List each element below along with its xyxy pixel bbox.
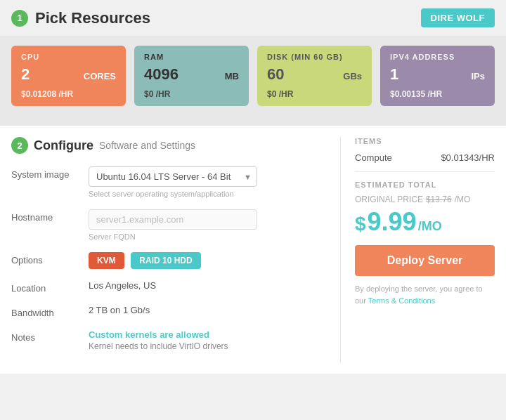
hostname-label: Hostname xyxy=(11,209,89,223)
bandwidth-content: 2 TB on 1 Gb/s xyxy=(89,305,326,315)
system-image-select[interactable]: Ubuntu 16.04 LTS Server - 64 BitUbuntu 1… xyxy=(89,166,257,187)
compute-item-row: Compute $0.01343/HR xyxy=(355,152,495,163)
ram-number: 4096 xyxy=(144,65,179,84)
original-price-text: ORIGINAL PRICE xyxy=(355,195,423,204)
cpu-unit: CORES xyxy=(84,71,116,81)
page-title: Pick Resources xyxy=(35,9,150,27)
original-price-value: $13.76 xyxy=(426,195,452,204)
ram-card[interactable]: RAM 4096 MB $0 /HR xyxy=(134,46,249,106)
cpu-number: 2 xyxy=(21,65,30,84)
ipv4-number: 1 xyxy=(390,65,398,84)
step-2-badge: 2 xyxy=(11,137,28,154)
options-content: KVM RAID 10 HDD xyxy=(89,252,326,269)
new-price-mo: /MO xyxy=(418,219,442,234)
ipv4-unit: IPs xyxy=(471,71,485,81)
disk-number: 60 xyxy=(267,65,284,84)
options-row: Options KVM RAID 10 HDD xyxy=(11,252,326,269)
summary-panel: ITEMS Compute $0.01343/HR ESTIMATED TOTA… xyxy=(340,137,495,362)
notes-label: Notes xyxy=(11,329,89,343)
notes-content: Custom kernels are allowed Kernel needs … xyxy=(89,329,326,351)
configure-section: 2 Configure Software and Settings System… xyxy=(0,126,506,374)
hostname-content: Server FQDN xyxy=(89,209,326,241)
location-content: Los Angeles, US xyxy=(89,280,326,291)
ram-price: $0 /HR xyxy=(144,89,239,99)
configure-title: Configure xyxy=(34,138,93,153)
cpu-card[interactable]: CPU 2 CORES $0.01208 /HR xyxy=(11,46,126,106)
system-image-select-wrapper[interactable]: Ubuntu 16.04 LTS Server - 64 BitUbuntu 1… xyxy=(89,166,257,187)
dollar-sign: $ xyxy=(355,213,366,235)
section-separator xyxy=(0,119,506,126)
ram-value-row: 4096 MB xyxy=(144,65,239,84)
ipv4-price: $0.00135 /HR xyxy=(390,89,485,99)
ipv4-value-row: 1 IPs xyxy=(390,65,485,84)
ram-unit: MB xyxy=(225,71,239,81)
ram-card-label: RAM xyxy=(144,53,239,61)
hostname-row: Hostname Server FQDN xyxy=(11,209,326,241)
notes-subtitle: Kernel needs to include VirtIO drivers xyxy=(89,341,326,351)
configure-header: 2 Configure Software and Settings xyxy=(11,137,326,154)
cpu-value-row: 2 CORES xyxy=(21,65,116,84)
dire-wolf-button[interactable]: DIRE WOLF xyxy=(421,8,495,27)
location-row: Location Los Angeles, US xyxy=(11,280,326,294)
kvm-badge[interactable]: KVM xyxy=(89,252,124,269)
disk-unit: GBs xyxy=(343,71,362,81)
disk-value-row: 60 GBs xyxy=(267,65,362,84)
notes-title: Custom kernels are allowed xyxy=(89,329,326,340)
ipv4-card-label: IPV4 ADDRESS xyxy=(390,53,485,61)
location-value: Los Angeles, US xyxy=(89,277,156,291)
estimated-total-label: ESTIMATED TOTAL xyxy=(355,181,495,189)
disk-card-label: DISK (MIN 60 GB) xyxy=(267,53,362,61)
configure-subtitle: Software and Settings xyxy=(99,140,195,151)
ipv4-card[interactable]: IPV4 ADDRESS 1 IPs $0.00135 /HR xyxy=(380,46,495,106)
new-price-value: 9.99 xyxy=(368,207,417,237)
resources-section: CPU 2 CORES $0.01208 /HR RAM 4096 MB $0 … xyxy=(0,36,506,119)
disk-card[interactable]: DISK (MIN 60 GB) 60 GBs $0 /HR xyxy=(257,46,372,106)
cpu-price: $0.01208 /HR xyxy=(21,89,116,99)
original-price-row: ORIGINAL PRICE $13.76 /MO xyxy=(355,195,495,204)
system-image-hint: Select server operating system/applicati… xyxy=(89,190,326,198)
location-label: Location xyxy=(11,280,89,294)
new-price-row: $ 9.99 /MO xyxy=(355,207,495,237)
summary-divider xyxy=(355,171,495,172)
hostname-input[interactable] xyxy=(89,209,257,230)
hostname-hint: Server FQDN xyxy=(89,232,326,241)
compute-item-price: $0.01343/HR xyxy=(441,152,495,163)
deploy-note: By deploying the server, you agree to ou… xyxy=(355,283,495,306)
header-left: 1 Pick Resources xyxy=(11,9,150,27)
disk-price: $0 /HR xyxy=(267,89,362,99)
terms-link[interactable]: Terms & Conditions xyxy=(368,296,435,305)
original-price-mo: /MO xyxy=(455,195,471,204)
deploy-server-button[interactable]: Deploy Server xyxy=(355,245,495,276)
system-image-row: System image Ubuntu 16.04 LTS Server - 6… xyxy=(11,166,326,198)
cpu-card-label: CPU xyxy=(21,53,116,61)
notes-row: Notes Custom kernels are allowed Kernel … xyxy=(11,329,326,351)
step-1-badge: 1 xyxy=(11,10,28,27)
configure-form: 2 Configure Software and Settings System… xyxy=(11,137,340,362)
compute-item-name: Compute xyxy=(355,152,392,163)
items-label: ITEMS xyxy=(355,137,495,145)
system-image-label: System image xyxy=(11,166,89,180)
bandwidth-value: 2 TB on 1 Gb/s xyxy=(89,302,150,315)
cards-row: CPU 2 CORES $0.01208 /HR RAM 4096 MB $0 … xyxy=(11,46,495,106)
raid-badge[interactable]: RAID 10 HDD xyxy=(131,252,200,269)
system-image-content: Ubuntu 16.04 LTS Server - 64 BitUbuntu 1… xyxy=(89,166,326,198)
bandwidth-row: Bandwidth 2 TB on 1 Gb/s xyxy=(11,305,326,318)
page-header: 1 Pick Resources DIRE WOLF xyxy=(0,0,506,36)
bandwidth-label: Bandwidth xyxy=(11,305,89,318)
options-label: Options xyxy=(11,252,89,265)
